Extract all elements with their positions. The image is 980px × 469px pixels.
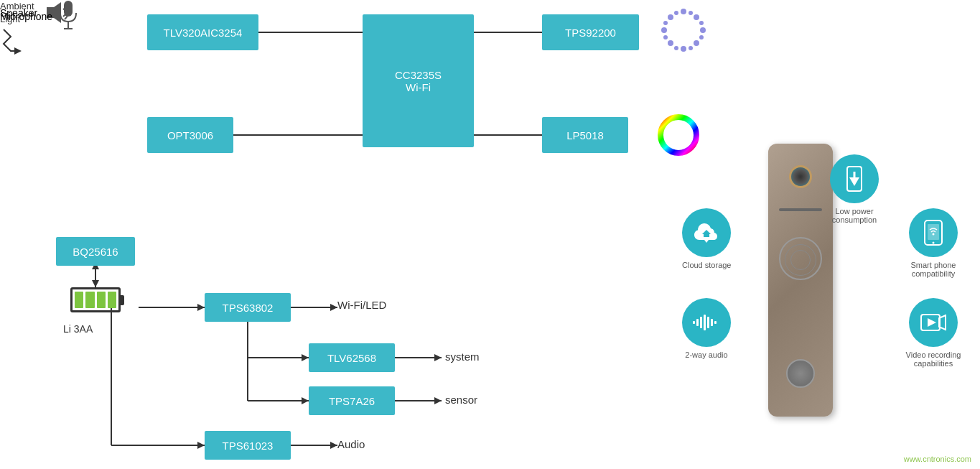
- svg-point-66: [933, 233, 935, 236]
- svg-marker-19: [197, 442, 205, 449]
- low-power-feature: Low power consumption: [818, 154, 890, 224]
- microphone-icon: [58, 0, 78, 32]
- two-way-audio-feature: 2-way audio: [682, 298, 731, 359]
- watermark: www.cntronics.com: [904, 455, 971, 463]
- video-recording-feature: Video recording capabilities: [897, 298, 969, 368]
- svg-marker-31: [434, 397, 442, 404]
- svg-point-45: [668, 40, 673, 46]
- svg-point-55: [674, 11, 678, 15]
- cc3235s-box: CC3235S Wi-Fi: [363, 14, 474, 147]
- svg-marker-62: [849, 177, 859, 186]
- system-label: system: [445, 350, 480, 363]
- low-power-label: Low power consumption: [818, 207, 890, 224]
- diagram-container: Speaker Microphone AmbientLight: [0, 0, 980, 469]
- svg-marker-21: [330, 304, 337, 311]
- svg-point-44: [681, 46, 686, 52]
- two-way-audio-icon: [682, 298, 731, 347]
- tps61023-box: TPS61023: [205, 431, 291, 460]
- svg-point-54: [663, 21, 668, 25]
- svg-rect-72: [711, 319, 713, 326]
- rgb-circle: [657, 113, 700, 159]
- svg-marker-13: [92, 280, 99, 287]
- smartphone-label: Smart phone compatibility: [897, 261, 969, 278]
- cloud-storage-feature: Cloud storage: [682, 208, 732, 269]
- svg-marker-38: [14, 47, 22, 55]
- bq25616-box: BQ25616: [56, 237, 135, 266]
- ambient-light-icon: [0, 26, 36, 55]
- svg-rect-64: [928, 224, 939, 240]
- tps63802-box: TPS63802: [205, 293, 291, 322]
- tps63802-label: TPS63802: [223, 302, 274, 314]
- svg-point-49: [699, 21, 704, 25]
- smartphone-icon: [909, 208, 958, 257]
- svg-point-42: [700, 27, 706, 33]
- lp5018-box: LP5018: [542, 117, 628, 153]
- svg-marker-29: [434, 354, 442, 361]
- cloud-storage-icon: [682, 208, 731, 257]
- smartphone-feature: Smart phone compatibility: [897, 208, 969, 278]
- svg-marker-24: [302, 354, 309, 361]
- cc3235s-label: CC3235S Wi-Fi: [395, 69, 442, 93]
- opt3006-box: OPT3006: [147, 117, 233, 153]
- two-way-audio-label: 2-way audio: [685, 350, 727, 359]
- svg-marker-16: [197, 304, 205, 311]
- svg-point-50: [699, 35, 704, 40]
- svg-rect-73: [714, 321, 717, 324]
- svg-rect-69: [700, 317, 702, 328]
- tlv320-box: TLV320AIC3254: [147, 14, 258, 50]
- tlv62568-label: TLV62568: [327, 352, 376, 364]
- battery-label: Li 3AA: [63, 323, 93, 335]
- svg-point-47: [668, 14, 673, 20]
- lp5018-label: LP5018: [566, 129, 604, 141]
- arrows-overlay: [0, 0, 980, 469]
- video-recording-label: Video recording capabilities: [897, 350, 969, 368]
- svg-point-43: [694, 40, 699, 46]
- battery-icon: [70, 287, 121, 312]
- tlv62568-box: TLV62568: [309, 343, 395, 372]
- svg-rect-35: [64, 1, 73, 17]
- led-circle: [661, 7, 707, 57]
- svg-rect-70: [704, 315, 706, 330]
- svg-point-41: [694, 14, 699, 20]
- tps7a26-label: TPS7A26: [329, 395, 375, 407]
- tlv320-label: TLV320AIC3254: [164, 27, 243, 39]
- tps92200-box: TPS92200: [542, 14, 639, 50]
- svg-rect-71: [707, 317, 709, 328]
- svg-marker-76: [928, 318, 936, 327]
- svg-marker-33: [330, 442, 337, 449]
- svg-point-53: [663, 35, 668, 40]
- low-power-icon: [830, 154, 879, 203]
- svg-point-65: [933, 242, 935, 244]
- svg-rect-67: [693, 321, 695, 324]
- sensor-label: sensor: [445, 394, 477, 406]
- tps7a26-box: TPS7A26: [309, 386, 395, 415]
- svg-point-40: [681, 9, 686, 14]
- svg-point-51: [689, 46, 693, 50]
- svg-marker-27: [302, 397, 309, 404]
- wifi-led-label: Wi-Fi/LED: [337, 299, 386, 311]
- tps61023-label: TPS61023: [223, 440, 274, 452]
- opt3006-label: OPT3006: [167, 129, 213, 141]
- svg-point-56: [661, 117, 696, 153]
- svg-rect-68: [696, 319, 699, 326]
- bq25616-label: BQ25616: [73, 246, 118, 258]
- ambient-light-label: AmbientLight: [0, 0, 36, 57]
- audio-label: Audio: [337, 438, 365, 450]
- svg-point-46: [661, 27, 667, 33]
- svg-point-48: [689, 11, 693, 15]
- svg-point-52: [674, 46, 678, 50]
- tps92200-label: TPS92200: [565, 27, 616, 39]
- video-recording-icon: [909, 298, 958, 347]
- cloud-storage-label: Cloud storage: [682, 261, 732, 269]
